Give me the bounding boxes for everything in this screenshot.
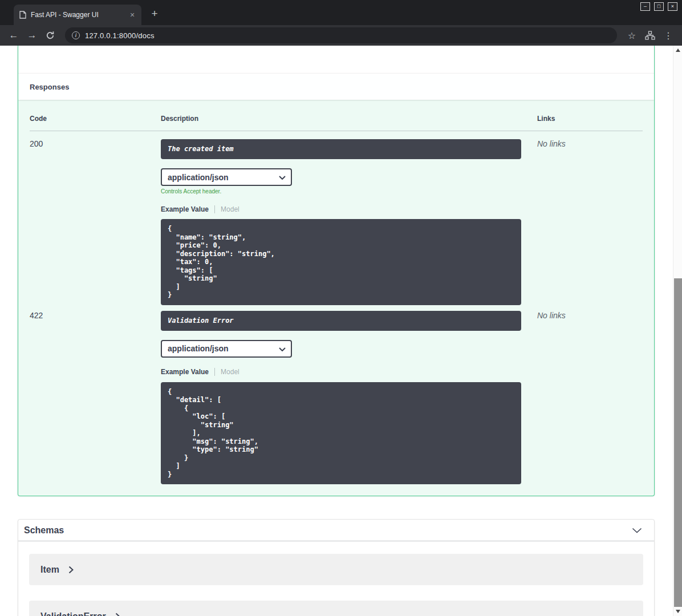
- tab-separator: [214, 368, 215, 376]
- scrollbar-down-icon[interactable]: [673, 607, 682, 616]
- bookmark-star-icon[interactable]: ☆: [624, 27, 640, 43]
- chevron-right-icon: [68, 566, 74, 574]
- responses-table-header: Code Description Links: [30, 115, 643, 131]
- example-json-block: { "detail": [ { "loc": [ "string" ], "ms…: [161, 382, 521, 485]
- back-icon[interactable]: ←: [6, 27, 22, 43]
- forward-icon[interactable]: →: [24, 27, 40, 43]
- window-controls: – □ ×: [640, 2, 677, 11]
- media-type-select-wrap: application/json: [161, 168, 292, 186]
- tab-example-value[interactable]: Example Value: [161, 368, 209, 376]
- site-info-icon[interactable]: i: [72, 31, 80, 39]
- scrollbar-thumb[interactable]: [674, 278, 682, 607]
- schemas-header[interactable]: Schemas: [18, 520, 654, 541]
- response-code: 422: [30, 311, 161, 485]
- menu-icon[interactable]: ⋮: [660, 27, 676, 43]
- responses-title: Responses: [30, 83, 69, 91]
- url-text: 127.0.0.1:8000/docs: [85, 31, 155, 40]
- models-list: Item ValidationError: [18, 541, 654, 616]
- tab-model[interactable]: Model: [221, 205, 239, 213]
- browser-window: Fast API - Swagger UI × + – □ × ← → i 12…: [0, 0, 682, 616]
- media-type-select[interactable]: application/json: [161, 340, 292, 358]
- new-tab-button[interactable]: +: [147, 7, 162, 21]
- maximize-button[interactable]: □: [654, 2, 664, 11]
- operation-block: Responses Code Description Links 200 The…: [18, 46, 655, 496]
- sitemap-icon[interactable]: [642, 27, 658, 43]
- response-code: 200: [30, 139, 161, 305]
- response-description: Validation Error: [161, 311, 521, 331]
- browser-toolbar: ← → i 127.0.0.1:8000/docs ☆ ⋮: [0, 25, 682, 46]
- model-name: Item: [40, 565, 59, 575]
- minimize-button[interactable]: –: [640, 2, 650, 11]
- example-model-tabs: Example Value Model: [161, 368, 537, 376]
- response-links: No links: [537, 311, 643, 485]
- response-links: No links: [537, 139, 643, 305]
- column-code: Code: [30, 115, 161, 123]
- tab-title: Fast API - Swagger UI: [31, 11, 123, 19]
- reload-icon[interactable]: [42, 27, 58, 43]
- operation-block-spacer: [18, 46, 654, 73]
- example-json-block: { "name": "string", "price": 0, "descrip…: [161, 219, 521, 305]
- schemas-title: Schemas: [24, 525, 64, 536]
- model-row-item[interactable]: Item: [29, 554, 643, 585]
- tab-example-value[interactable]: Example Value: [161, 205, 209, 213]
- responses-section-header: Responses: [18, 73, 654, 100]
- browser-titlebar: Fast API - Swagger UI × + – □ ×: [0, 0, 682, 25]
- media-type-select-wrap: application/json: [161, 340, 292, 358]
- scrollbar-up-icon[interactable]: [673, 46, 682, 55]
- tab-separator: [214, 205, 215, 213]
- chevron-down-icon[interactable]: [632, 528, 642, 533]
- browser-tab[interactable]: Fast API - Swagger UI ×: [14, 5, 141, 25]
- response-row-200: 200 The created item application/json: [30, 131, 643, 305]
- column-description: Description: [161, 115, 537, 123]
- response-row-422: 422 Validation Error application/json: [30, 305, 643, 485]
- accept-header-note: Controls Accept header.: [161, 188, 537, 194]
- media-type-select[interactable]: application/json: [161, 168, 292, 186]
- close-button[interactable]: ×: [668, 2, 677, 11]
- model-name: ValidationError: [40, 611, 106, 616]
- tab-model[interactable]: Model: [221, 368, 239, 376]
- vertical-scrollbar[interactable]: [673, 46, 682, 616]
- column-links: Links: [537, 115, 643, 123]
- response-description: The created item: [161, 139, 521, 159]
- tab-close-icon[interactable]: ×: [128, 10, 137, 19]
- schemas-section: Schemas Item ValidationError: [18, 519, 655, 616]
- model-row-validationerror[interactable]: ValidationError: [29, 601, 643, 616]
- responses-table: Code Description Links 200 The created i…: [18, 100, 654, 496]
- address-bar[interactable]: i 127.0.0.1:8000/docs: [65, 27, 617, 43]
- page-content: Responses Code Description Links 200 The…: [0, 46, 682, 616]
- chevron-right-icon: [115, 613, 120, 616]
- example-model-tabs: Example Value Model: [161, 205, 537, 213]
- page-icon: [19, 11, 26, 19]
